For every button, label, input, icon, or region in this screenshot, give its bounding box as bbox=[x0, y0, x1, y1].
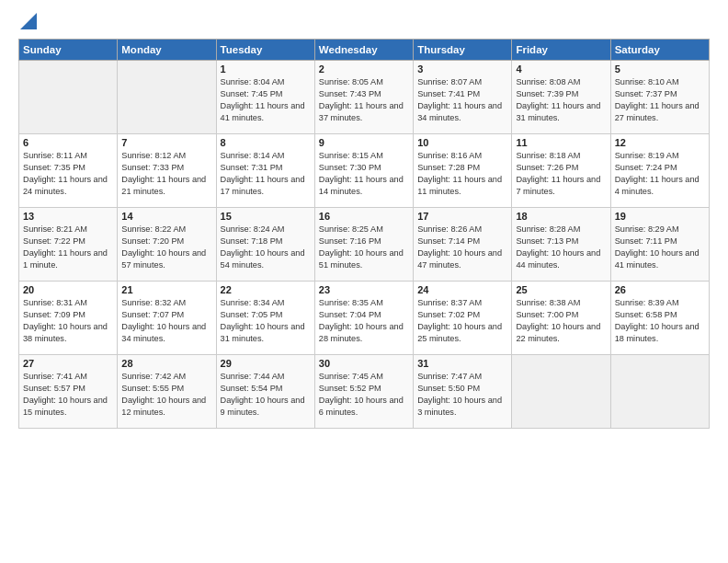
day-info: Sunrise: 7:45 AM Sunset: 5:52 PM Dayligh… bbox=[319, 371, 409, 419]
calendar-table: SundayMondayTuesdayWednesdayThursdayFrid… bbox=[18, 39, 710, 429]
day-info: Sunrise: 8:39 AM Sunset: 6:58 PM Dayligh… bbox=[615, 297, 705, 345]
calendar-cell: 30Sunrise: 7:45 AM Sunset: 5:52 PM Dayli… bbox=[314, 355, 413, 429]
calendar-cell: 21Sunrise: 8:32 AM Sunset: 7:07 PM Dayli… bbox=[118, 282, 216, 355]
day-info: Sunrise: 8:34 AM Sunset: 7:05 PM Dayligh… bbox=[221, 297, 311, 345]
day-info: Sunrise: 8:14 AM Sunset: 7:31 PM Dayligh… bbox=[221, 150, 311, 198]
col-header-monday: Monday bbox=[118, 40, 216, 61]
calendar-cell: 23Sunrise: 8:35 AM Sunset: 7:04 PM Dayli… bbox=[314, 282, 413, 355]
day-number: 4 bbox=[516, 63, 606, 75]
day-info: Sunrise: 8:18 AM Sunset: 7:26 PM Dayligh… bbox=[516, 150, 606, 198]
day-number: 30 bbox=[319, 358, 409, 369]
calendar-cell: 14Sunrise: 8:22 AM Sunset: 7:20 PM Dayli… bbox=[118, 208, 216, 282]
col-header-thursday: Thursday bbox=[414, 40, 512, 61]
col-header-saturday: Saturday bbox=[610, 40, 709, 61]
day-number: 26 bbox=[615, 284, 705, 295]
calendar-cell: 5Sunrise: 8:10 AM Sunset: 7:37 PM Daylig… bbox=[610, 61, 709, 134]
header-row: SundayMondayTuesdayWednesdayThursdayFrid… bbox=[19, 40, 710, 61]
calendar-cell: 20Sunrise: 8:31 AM Sunset: 7:09 PM Dayli… bbox=[19, 282, 118, 355]
day-number: 7 bbox=[121, 137, 211, 148]
calendar-cell: 9Sunrise: 8:15 AM Sunset: 7:30 PM Daylig… bbox=[314, 134, 413, 208]
calendar-cell: 15Sunrise: 8:24 AM Sunset: 7:18 PM Dayli… bbox=[216, 208, 314, 282]
calendar-cell bbox=[512, 355, 610, 429]
calendar-cell: 27Sunrise: 7:41 AM Sunset: 5:57 PM Dayli… bbox=[19, 355, 118, 429]
day-info: Sunrise: 8:24 AM Sunset: 7:18 PM Dayligh… bbox=[221, 224, 311, 271]
calendar-cell: 18Sunrise: 8:28 AM Sunset: 7:13 PM Dayli… bbox=[512, 208, 610, 282]
calendar-cell bbox=[118, 61, 216, 134]
day-number: 11 bbox=[516, 137, 606, 148]
day-number: 10 bbox=[417, 137, 507, 148]
calendar-cell: 26Sunrise: 8:39 AM Sunset: 6:58 PM Dayli… bbox=[610, 282, 709, 355]
day-info: Sunrise: 8:19 AM Sunset: 7:24 PM Dayligh… bbox=[615, 150, 705, 198]
day-number: 15 bbox=[221, 211, 311, 222]
calendar-cell: 7Sunrise: 8:12 AM Sunset: 7:33 PM Daylig… bbox=[118, 134, 216, 208]
calendar-cell: 3Sunrise: 8:07 AM Sunset: 7:41 PM Daylig… bbox=[414, 61, 512, 134]
day-number: 17 bbox=[417, 211, 507, 222]
day-info: Sunrise: 7:42 AM Sunset: 5:55 PM Dayligh… bbox=[121, 371, 211, 419]
day-number: 12 bbox=[615, 137, 705, 148]
day-info: Sunrise: 8:29 AM Sunset: 7:11 PM Dayligh… bbox=[615, 224, 705, 271]
day-info: Sunrise: 8:12 AM Sunset: 7:33 PM Dayligh… bbox=[121, 150, 211, 198]
day-info: Sunrise: 7:47 AM Sunset: 5:50 PM Dayligh… bbox=[417, 371, 507, 419]
day-info: Sunrise: 8:05 AM Sunset: 7:43 PM Dayligh… bbox=[319, 76, 409, 124]
calendar-cell bbox=[19, 61, 118, 134]
col-header-tuesday: Tuesday bbox=[216, 40, 314, 61]
day-info: Sunrise: 7:44 AM Sunset: 5:54 PM Dayligh… bbox=[221, 371, 311, 419]
day-number: 22 bbox=[221, 284, 311, 295]
day-number: 13 bbox=[23, 211, 113, 222]
day-number: 18 bbox=[516, 211, 606, 222]
day-number: 3 bbox=[417, 63, 507, 75]
week-row-4: 27Sunrise: 7:41 AM Sunset: 5:57 PM Dayli… bbox=[19, 355, 710, 429]
calendar-cell: 4Sunrise: 8:08 AM Sunset: 7:39 PM Daylig… bbox=[512, 61, 610, 134]
day-number: 19 bbox=[615, 211, 705, 222]
day-number: 16 bbox=[319, 211, 409, 222]
week-row-1: 6Sunrise: 8:11 AM Sunset: 7:35 PM Daylig… bbox=[19, 134, 710, 208]
calendar-cell: 11Sunrise: 8:18 AM Sunset: 7:26 PM Dayli… bbox=[512, 134, 610, 208]
calendar-cell: 1Sunrise: 8:04 AM Sunset: 7:45 PM Daylig… bbox=[216, 61, 314, 134]
svg-marker-0 bbox=[20, 13, 37, 29]
calendar-cell: 22Sunrise: 8:34 AM Sunset: 7:05 PM Dayli… bbox=[216, 282, 314, 355]
col-header-wednesday: Wednesday bbox=[314, 40, 413, 61]
calendar-cell: 29Sunrise: 7:44 AM Sunset: 5:54 PM Dayli… bbox=[216, 355, 314, 429]
day-number: 24 bbox=[417, 284, 507, 295]
logo bbox=[18, 15, 37, 29]
day-number: 1 bbox=[221, 63, 311, 75]
day-number: 28 bbox=[121, 358, 211, 369]
calendar-cell: 16Sunrise: 8:25 AM Sunset: 7:16 PM Dayli… bbox=[314, 208, 413, 282]
day-number: 6 bbox=[23, 137, 113, 148]
day-number: 31 bbox=[417, 358, 507, 369]
day-info: Sunrise: 8:37 AM Sunset: 7:02 PM Dayligh… bbox=[417, 297, 507, 345]
day-number: 5 bbox=[615, 63, 705, 75]
day-info: Sunrise: 8:07 AM Sunset: 7:41 PM Dayligh… bbox=[417, 76, 507, 124]
day-info: Sunrise: 7:41 AM Sunset: 5:57 PM Dayligh… bbox=[23, 371, 113, 419]
calendar-cell: 25Sunrise: 8:38 AM Sunset: 7:00 PM Dayli… bbox=[512, 282, 610, 355]
day-number: 2 bbox=[319, 63, 409, 75]
calendar-cell: 28Sunrise: 7:42 AM Sunset: 5:55 PM Dayli… bbox=[118, 355, 216, 429]
day-number: 29 bbox=[221, 358, 311, 369]
day-info: Sunrise: 8:21 AM Sunset: 7:22 PM Dayligh… bbox=[23, 224, 113, 271]
day-info: Sunrise: 8:31 AM Sunset: 7:09 PM Dayligh… bbox=[23, 297, 113, 345]
day-number: 23 bbox=[319, 284, 409, 295]
day-info: Sunrise: 8:32 AM Sunset: 7:07 PM Dayligh… bbox=[121, 297, 211, 345]
day-info: Sunrise: 8:08 AM Sunset: 7:39 PM Dayligh… bbox=[516, 76, 606, 124]
day-info: Sunrise: 8:11 AM Sunset: 7:35 PM Dayligh… bbox=[23, 150, 113, 198]
day-info: Sunrise: 8:26 AM Sunset: 7:14 PM Dayligh… bbox=[417, 224, 507, 271]
day-info: Sunrise: 8:04 AM Sunset: 7:45 PM Dayligh… bbox=[221, 76, 311, 124]
day-info: Sunrise: 8:35 AM Sunset: 7:04 PM Dayligh… bbox=[319, 297, 409, 345]
day-info: Sunrise: 8:22 AM Sunset: 7:20 PM Dayligh… bbox=[121, 224, 211, 271]
logo-arrow-icon bbox=[20, 13, 37, 29]
calendar-cell: 17Sunrise: 8:26 AM Sunset: 7:14 PM Dayli… bbox=[414, 208, 512, 282]
week-row-0: 1Sunrise: 8:04 AM Sunset: 7:45 PM Daylig… bbox=[19, 61, 710, 134]
day-number: 21 bbox=[121, 284, 211, 295]
day-info: Sunrise: 8:16 AM Sunset: 7:28 PM Dayligh… bbox=[417, 150, 507, 198]
col-header-friday: Friday bbox=[512, 40, 610, 61]
day-number: 14 bbox=[121, 211, 211, 222]
day-info: Sunrise: 8:38 AM Sunset: 7:00 PM Dayligh… bbox=[516, 297, 606, 345]
day-info: Sunrise: 8:25 AM Sunset: 7:16 PM Dayligh… bbox=[319, 224, 409, 271]
calendar-cell: 8Sunrise: 8:14 AM Sunset: 7:31 PM Daylig… bbox=[216, 134, 314, 208]
day-number: 8 bbox=[221, 137, 311, 148]
page: SundayMondayTuesdayWednesdayThursdayFrid… bbox=[0, 0, 728, 438]
week-row-3: 20Sunrise: 8:31 AM Sunset: 7:09 PM Dayli… bbox=[19, 282, 710, 355]
calendar-cell: 12Sunrise: 8:19 AM Sunset: 7:24 PM Dayli… bbox=[610, 134, 709, 208]
calendar-cell: 24Sunrise: 8:37 AM Sunset: 7:02 PM Dayli… bbox=[414, 282, 512, 355]
day-info: Sunrise: 8:15 AM Sunset: 7:30 PM Dayligh… bbox=[319, 150, 409, 198]
